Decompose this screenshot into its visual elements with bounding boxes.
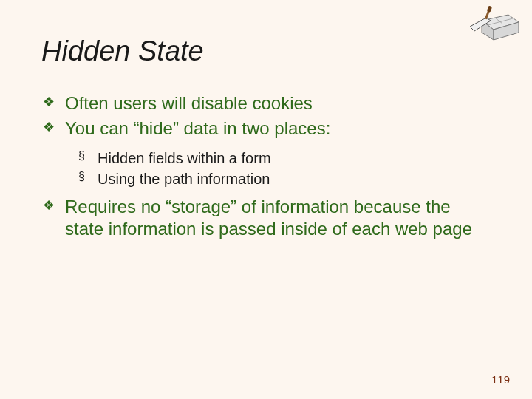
diamond-bullet-icon: ❖	[43, 94, 55, 111]
bullet-text: Requires no “storage” of information bec…	[65, 197, 472, 239]
spacer	[41, 143, 491, 149]
bullet-list: ❖ Often users will disable cookies ❖ You…	[41, 92, 491, 240]
slide-title: Hidden State	[41, 35, 491, 67]
diamond-bullet-icon: ❖	[43, 197, 55, 214]
list-item: ❖ Requires no “storage” of information b…	[41, 196, 491, 240]
bullet-text: Using the path information	[98, 171, 270, 187]
diamond-bullet-icon: ❖	[43, 119, 55, 136]
bullet-text: Often users will disable cookies	[65, 93, 313, 113]
spacer	[41, 190, 491, 196]
list-item: ❖ You can “hide” data in two places:	[41, 117, 491, 140]
trowel-brick-icon	[464, 4, 522, 46]
list-item: § Hidden fields within a form	[41, 149, 491, 168]
bullet-text: You can “hide” data in two places:	[65, 118, 330, 138]
bullet-text: Hidden fields within a form	[98, 150, 271, 166]
square-bullet-icon: §	[78, 169, 85, 185]
slide-container: Hidden State ❖ Often users will disable …	[0, 0, 532, 399]
list-item: § Using the path information	[41, 169, 491, 188]
list-item: ❖ Often users will disable cookies	[41, 92, 491, 115]
square-bullet-icon: §	[78, 149, 85, 164]
page-number: 119	[491, 373, 510, 386]
